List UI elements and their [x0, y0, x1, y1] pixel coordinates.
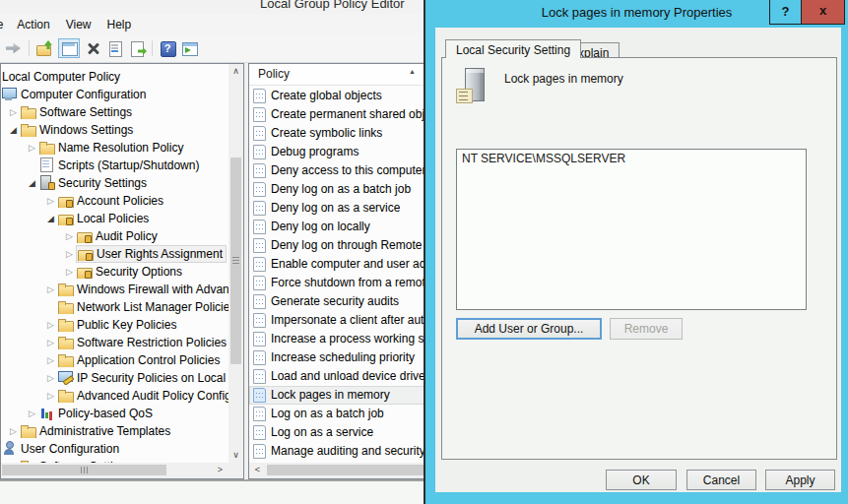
expander-icon[interactable]: ▷ — [7, 422, 20, 440]
desktop: Local Group Policy Editor FileActionView… — [0, 0, 848, 504]
tree-item[interactable]: ▷Account Policies — [1, 192, 228, 210]
tree-item[interactable]: User Configuration — [1, 440, 228, 458]
scroll-up-icon[interactable]: ∧ — [228, 64, 243, 79]
policy-row[interactable]: Debug programs — [249, 143, 427, 161]
tree-item[interactable]: ▷Policy-based QoS — [1, 405, 228, 422]
tree-item-label: Name Resolution Policy — [58, 141, 183, 155]
tree-item[interactable]: ▷IP Security Policies on Local Computer — [1, 369, 228, 387]
policy-row[interactable]: Deny access to this computer from the ne… — [249, 161, 427, 180]
expander-icon[interactable]: ▷ — [44, 281, 57, 298]
export-list-icon[interactable] — [129, 40, 145, 56]
policy-row[interactable]: Log on as a service — [249, 423, 427, 442]
tree-item[interactable]: ▷Administrative Templates — [1, 422, 228, 440]
policy-row[interactable]: Generate security audits — [249, 292, 427, 311]
tree-item[interactable]: ◢Local Policies — [1, 210, 228, 227]
policy-row[interactable]: Deny log on through Remote Desktop Servi… — [249, 236, 427, 255]
tree-item[interactable]: ▷Security Options — [1, 263, 228, 281]
tree-item[interactable]: ▷Advanced Audit Policy Configuration — [1, 387, 228, 405]
expander-icon[interactable]: ▷ — [44, 387, 57, 405]
expander-icon[interactable]: ◢ — [44, 210, 57, 227]
tree-item[interactable]: Scripts (Startup/Shutdown) — [1, 157, 228, 174]
forward-arrow-icon[interactable] — [6, 40, 22, 56]
tree-item[interactable]: ▷Software Settings — [1, 103, 228, 121]
tree-horizontal-scrollbar[interactable]: > — [1, 463, 228, 478]
tree-hscroll-thumb[interactable] — [2, 465, 166, 475]
expander-icon[interactable]: ▷ — [44, 316, 57, 334]
expander-icon[interactable]: ▷ — [26, 139, 38, 157]
tree-item[interactable]: ▷Audit Policy — [1, 227, 228, 245]
policy-row[interactable]: Create permanent shared objects — [249, 105, 427, 124]
tree-item[interactable]: ▷Windows Firewall with Advanced Security — [1, 281, 228, 298]
add-user-or-group-button[interactable]: Add User or Group... — [456, 318, 602, 340]
policy-row[interactable]: Enable computer and user accounts to be … — [249, 255, 427, 274]
expander-icon[interactable]: ▷ — [44, 192, 57, 210]
expander-icon[interactable]: ▷ — [26, 405, 38, 422]
tree-item[interactable]: Computer Configuration — [1, 86, 228, 103]
tree-item-label: Application Control Policies — [77, 353, 220, 367]
expander-icon[interactable]: ▷ — [44, 334, 57, 351]
dialog-help-button[interactable]: ? — [770, 0, 801, 24]
policy-row[interactable]: Deny log on as a service — [249, 199, 427, 218]
list-hscroll-thumb[interactable] — [267, 465, 425, 475]
delete-icon[interactable] — [86, 40, 101, 56]
tree-item[interactable]: ▷Application Control Policies — [1, 351, 228, 369]
list-horizontal-scrollbar[interactable]: < — [249, 463, 426, 478]
policy-row[interactable]: Create symbolic links — [249, 124, 427, 143]
expander-icon[interactable]: ▷ — [44, 369, 57, 387]
menu-file[interactable]: File — [0, 14, 9, 35]
scroll-grip-icon — [81, 467, 89, 473]
tree-item[interactable]: ▷Public Key Policies — [1, 316, 228, 334]
policy-row[interactable]: Increase a process working set — [249, 330, 427, 348]
ok-button[interactable]: OK — [606, 470, 677, 490]
dialog-close-button[interactable]: x — [801, 0, 844, 24]
policy-row[interactable]: Manage auditing and security log — [249, 442, 427, 461]
tree-item[interactable]: ▷Software Restriction Policies — [1, 334, 228, 351]
tree-item[interactable]: Local Computer Policy — [1, 68, 228, 86]
policy-column-header[interactable]: Policy ▲ — [249, 64, 427, 86]
scroll-left-icon[interactable]: < — [250, 463, 265, 477]
policy-row[interactable]: Impersonate a client after authenticatio… — [249, 311, 427, 330]
members-listbox[interactable]: NT SERVICE\MSSQLSERVER — [456, 149, 807, 310]
expander-icon[interactable]: ▷ — [63, 227, 76, 245]
scroll-down-icon[interactable]: ∨ — [228, 448, 243, 463]
menu-help[interactable]: Help — [99, 14, 140, 35]
cancel-button[interactable]: Cancel — [686, 470, 756, 490]
policy-row[interactable]: Deny log on as a batch job — [249, 180, 427, 199]
policy-row[interactable]: Log on as a batch job — [249, 405, 427, 423]
properties-icon[interactable] — [107, 40, 123, 56]
scroll-right-icon[interactable]: > — [213, 463, 228, 477]
expander-icon[interactable]: ▷ — [44, 351, 57, 369]
menu-action[interactable]: Action — [9, 14, 57, 35]
help-icon[interactable] — [160, 40, 175, 56]
tree-item[interactable]: ◢Windows Settings — [1, 121, 228, 139]
server-lock-icon — [39, 175, 55, 190]
policy-row[interactable]: Create global objects — [249, 87, 427, 105]
remove-button[interactable]: Remove — [610, 318, 683, 340]
tree-item[interactable]: ▷Name Resolution Policy — [1, 139, 228, 157]
policy-row[interactable]: Force shutdown from a remote system — [249, 274, 427, 292]
member-item[interactable]: NT SERVICE\MSSQLSERVER — [457, 150, 806, 166]
expander-icon[interactable]: ◢ — [7, 121, 20, 139]
policy-row[interactable]: Increase scheduling priority — [249, 348, 427, 367]
tree-item-label: Local Computer Policy — [2, 70, 120, 84]
tree-vscroll-thumb[interactable] — [230, 158, 241, 364]
policy-row[interactable]: Lock pages in memory — [249, 386, 427, 405]
menu-view[interactable]: View — [58, 14, 99, 35]
policy-row[interactable]: Load and unload device drivers — [249, 367, 427, 386]
new-window-icon[interactable] — [181, 40, 197, 56]
expander-icon[interactable]: ◢ — [26, 174, 38, 192]
policy-row[interactable]: Deny log on locally — [249, 218, 427, 236]
tree-item-label: Account Policies — [77, 194, 163, 208]
tree-item[interactable]: ◢Security Settings — [1, 174, 228, 192]
apply-button[interactable]: Apply — [765, 470, 835, 490]
expander-icon[interactable]: ▷ — [63, 263, 76, 281]
tree-item[interactable]: ▷User Rights Assignment — [1, 245, 228, 263]
tree-vertical-scrollbar[interactable]: ∧ ∨ — [228, 64, 243, 463]
expander-icon[interactable]: ▷ — [63, 245, 76, 263]
window-titlebar[interactable]: Local Group Policy Editor — [0, 0, 429, 14]
tab-local-security-setting[interactable]: Local Security Setting — [445, 39, 581, 58]
tree-item[interactable]: Network List Manager Policies — [1, 298, 228, 316]
console-tree-toggle-icon[interactable] — [58, 38, 80, 58]
folder-up-icon[interactable] — [36, 40, 52, 56]
expander-icon[interactable]: ▷ — [7, 103, 20, 121]
